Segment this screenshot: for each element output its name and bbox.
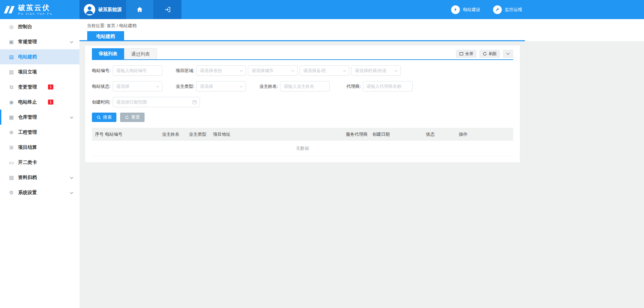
fullscreen-button[interactable]: 全屏 xyxy=(456,50,477,58)
document-icon: ▤ xyxy=(8,54,14,60)
county-select[interactable]: 请选择县/区 xyxy=(300,65,349,76)
station-code-input[interactable] xyxy=(113,65,162,76)
nav-label: 监控运维 xyxy=(505,7,522,13)
sidebar-item-data-archive[interactable]: ▧ 资料归档 xyxy=(0,170,79,185)
home-button[interactable] xyxy=(126,0,153,19)
field-owner-name: 业主姓名: xyxy=(259,81,330,91)
chevron-down-icon xyxy=(240,84,243,87)
stop-icon: ◉ xyxy=(8,99,14,105)
sidebar: ◎ 控制台 ▣ 常规管理 ▤ 电站建档 ▥ 项目立项 ⧉ 变更管理 1 ◉ 电站… xyxy=(0,19,79,308)
sidebar-item-console[interactable]: ◎ 控制台 xyxy=(0,19,79,34)
chevron-down-icon xyxy=(240,69,243,71)
exit-arrow-icon xyxy=(164,6,171,13)
breadcrumb: 当前位置: 首页 / 电站建档 xyxy=(79,19,644,29)
search-button[interactable]: 搜索 xyxy=(92,113,116,122)
nav-monitoring-ops[interactable]: 监控运维 xyxy=(493,5,522,14)
refresh-button[interactable]: 刷新 xyxy=(479,50,500,58)
station-status-select[interactable]: 请选择 xyxy=(113,81,162,91)
sidebar-item-class2-card[interactable]: ▭ 开二类卡 xyxy=(0,155,79,170)
field-project-region: 项目区域: 请选择省份 请选择城市 请选择县/区 请选择村镇/街道 xyxy=(176,65,401,76)
filter-row-3: 创建时间: xyxy=(92,97,513,107)
project-icon: ▥ xyxy=(8,69,14,75)
chevron-down-icon xyxy=(343,69,346,71)
col-operations: 操作 xyxy=(456,131,513,137)
sidebar-item-system-settings[interactable]: ⚙ 系统设置 xyxy=(0,185,79,200)
logout-button[interactable] xyxy=(153,0,181,19)
main-content: 当前位置: 首页 / 电站建档 电站建档 审核列表 通过列表 全屏 xyxy=(79,19,644,308)
panel-tabs: 审核列表 通过列表 全屏 刷新 xyxy=(92,48,513,60)
calculator-icon: ⊞ xyxy=(8,144,14,150)
collapse-toolbar-button[interactable] xyxy=(503,50,513,58)
header-nav: 电站建设 监控运维 xyxy=(451,0,522,19)
project-region-label: 项目区域: xyxy=(176,68,195,74)
owner-name-input[interactable] xyxy=(280,81,330,91)
dashboard-icon: ◎ xyxy=(8,24,14,30)
chevron-down-icon xyxy=(395,69,397,71)
card-icon: ▭ xyxy=(8,160,14,166)
city-select[interactable]: 请选择城市 xyxy=(248,65,298,76)
sidebar-item-warehouse-management[interactable]: ▦ 仓库管理 xyxy=(0,110,79,125)
chevron-down-icon xyxy=(70,175,73,179)
sidebar-item-project-settlement[interactable]: ⊞ 项目结算 xyxy=(0,140,79,155)
sidebar-item-station-filing[interactable]: ▤ 电站建档 xyxy=(0,49,79,64)
table-header-row: 序号 电站编号 业主姓名 业主类型 项目地址 服务代理商 创建日期 状态 操作 xyxy=(92,128,513,141)
globe-icon: ⊕ xyxy=(8,129,14,135)
col-service-agent: 服务代理商 xyxy=(343,131,369,137)
brand-logo: 破茧云伏 Po Jian Yun Fu xyxy=(0,0,79,19)
tab-underline xyxy=(79,40,525,41)
nav-label: 电站建设 xyxy=(463,7,480,13)
tab-review-list[interactable]: 审核列表 xyxy=(92,48,124,59)
top-header: 破茧云伏 Po Jian Yun Fu 破茧新能源 xyxy=(0,0,644,19)
col-index: 序号 xyxy=(92,131,102,137)
gear-icon: ⚙ xyxy=(8,190,14,196)
col-owner-type: 业主类型 xyxy=(186,131,210,137)
field-station-code: 电站编号: xyxy=(92,65,162,76)
copy-icon: ⧉ xyxy=(8,84,14,90)
avatar xyxy=(84,4,95,15)
field-create-time: 创建时间: xyxy=(92,97,200,107)
filter-row-1: 电站编号: 项目区域: 请选择省份 请选择城市 请选择县/区 请选择村镇/街道 xyxy=(92,65,513,76)
user-menu[interactable]: 破茧新能源 xyxy=(79,0,126,19)
owner-type-label: 业主类型: xyxy=(176,83,195,89)
search-icon xyxy=(97,115,101,120)
sidebar-item-engineering-management[interactable]: ⊕ 工程管理 xyxy=(0,125,79,140)
field-agent: 代理商: xyxy=(346,81,413,91)
col-project-address: 项目地址 xyxy=(210,131,343,137)
calendar-icon xyxy=(192,100,197,105)
tab-approved-list[interactable]: 通过列表 xyxy=(124,48,157,59)
village-select[interactable]: 请选择村镇/街道 xyxy=(351,65,401,76)
active-indicator-bar xyxy=(0,110,1,125)
station-status-label: 电站状态: xyxy=(92,83,111,89)
breadcrumb-separator: / xyxy=(117,23,118,28)
date-range-input[interactable] xyxy=(113,97,200,107)
col-create-date: 创建日期 xyxy=(369,131,423,137)
warehouse-icon: ▦ xyxy=(8,114,14,120)
sidebar-item-general-management[interactable]: ▣ 常规管理 xyxy=(0,34,79,49)
results-table: 序号 电站编号 业主姓名 业主类型 项目地址 服务代理商 创建日期 状态 操作 … xyxy=(92,128,513,156)
chevron-down-icon xyxy=(70,115,73,118)
owner-type-select[interactable]: 请选择 xyxy=(196,81,246,91)
breadcrumb-current: 电站建档 xyxy=(119,23,137,28)
monitor-icon: ▣ xyxy=(8,39,14,45)
nav-station-construction[interactable]: 电站建设 xyxy=(451,5,480,14)
reset-button[interactable]: 重置 xyxy=(120,113,145,122)
page-tab-station-filing[interactable]: 电站建档 xyxy=(87,31,124,41)
chevron-down-icon xyxy=(291,69,294,71)
sidebar-item-project-initiation[interactable]: ▥ 项目立项 xyxy=(0,64,79,79)
sidebar-item-station-termination[interactable]: ◉ 电站终止 1 xyxy=(0,95,79,110)
content-panel: 审核列表 通过列表 全屏 刷新 xyxy=(85,46,520,162)
brand-title: 破茧云伏 xyxy=(18,4,53,11)
col-status: 状态 xyxy=(423,131,456,137)
home-icon xyxy=(136,6,143,13)
province-select[interactable]: 请选择省份 xyxy=(196,65,246,76)
field-owner-type: 业主类型: 请选择 xyxy=(176,81,246,91)
empty-state: 无数据 xyxy=(92,141,513,156)
sidebar-item-change-management[interactable]: ⧉ 变更管理 1 xyxy=(0,79,79,95)
chevron-down-icon xyxy=(506,52,510,55)
filter-row-2: 电站状态: 请选择 业主类型: 请选择 业主姓名: 代理商: xyxy=(92,81,513,91)
agent-input[interactable] xyxy=(363,81,413,91)
fullscreen-icon xyxy=(459,52,464,56)
breadcrumb-home-link[interactable]: 首页 xyxy=(107,23,115,28)
agent-label: 代理商: xyxy=(346,83,361,89)
filter-form: 电站编号: 项目区域: 请选择省份 请选择城市 请选择县/区 请选择村镇/街道 … xyxy=(92,60,513,107)
